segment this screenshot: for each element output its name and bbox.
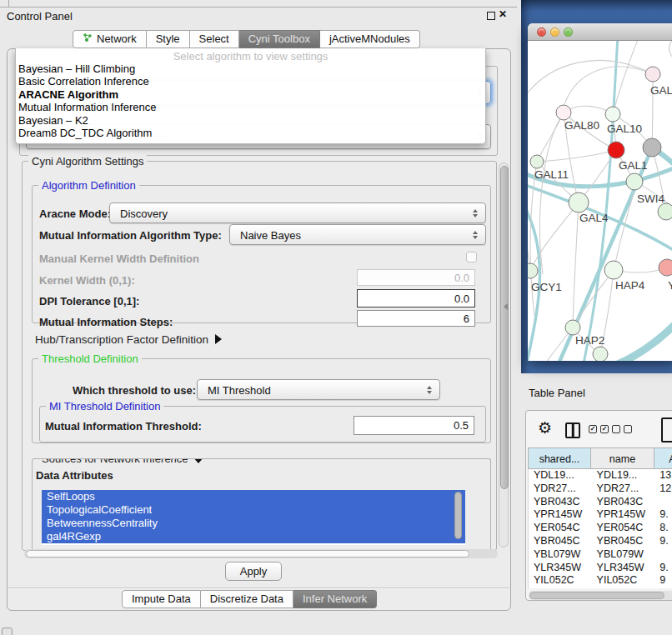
mi-threshold-value: 0.5: [454, 419, 469, 432]
network-node-gcy1[interactable]: [528, 263, 538, 278]
algorithm-option[interactable]: Bayesian – Hill Climbing: [16, 62, 485, 75]
algorithm-option[interactable]: Bayesian – K2: [16, 114, 485, 127]
attributes-scrollbar[interactable]: [454, 492, 463, 542]
attribute-item[interactable]: SelfLoops: [42, 490, 465, 503]
settings-scrollbar-thumb[interactable]: [500, 166, 509, 489]
network-node[interactable]: [593, 347, 608, 361]
sources-group-title[interactable]: Sources for Network Inference: [38, 458, 208, 465]
hub-definition-toggle[interactable]: Hub/Transcription Factor Definition: [35, 333, 222, 346]
algorithm-option[interactable]: Dream8 DC_TDC Algorithm: [16, 127, 485, 139]
network-node-swi4[interactable]: [626, 173, 643, 190]
table-column-header[interactable]: shared...: [528, 448, 591, 469]
expanded-arrow-icon: [193, 458, 204, 463]
node-label: GAL: [650, 84, 672, 97]
combo-arrows-icon: [427, 386, 432, 394]
table-h-scrollbar[interactable]: [529, 591, 672, 600]
tab-discretize-data[interactable]: Discretize Data: [201, 590, 293, 608]
tab-cyni-toolbox[interactable]: Cyni Toolbox: [239, 30, 320, 48]
network-node-hap4[interactable]: [604, 261, 623, 279]
apply-button[interactable]: Apply: [225, 562, 282, 581]
attribute-item[interactable]: gal4RGexp: [42, 530, 465, 543]
algorithm-option[interactable]: Basic Correlation Inference: [16, 75, 485, 88]
table-cell: YLR345W: [529, 562, 592, 575]
close-icon[interactable]: ✕: [499, 8, 507, 20]
hide-columns-icon[interactable]: [612, 425, 632, 433]
gear-icon[interactable]: ⚙: [538, 419, 552, 436]
network-node-hap2[interactable]: [565, 320, 580, 335]
control-panel-tabbar: NetworkStyleSelectCyni ToolboxjActiveMNo…: [73, 30, 420, 48]
which-threshold-value: MI Threshold: [208, 383, 271, 396]
network-node[interactable]: [643, 138, 661, 157]
attribute-item[interactable]: BetweennessCentrality: [42, 517, 465, 530]
settings-h-scrollbar-thumb[interactable]: [26, 550, 469, 558]
tab-select[interactable]: Select: [190, 30, 239, 48]
float-window-icon[interactable]: [487, 12, 495, 20]
aracne-mode-combo[interactable]: Discovery: [109, 202, 486, 223]
network-node-y[interactable]: [659, 259, 672, 276]
table-row[interactable]: YER054CYER054C8.: [529, 522, 672, 535]
network-icon: [83, 30, 93, 48]
tab-jactivemnodules[interactable]: jActiveMNodules: [320, 30, 420, 48]
table-cell: YBR043C: [592, 496, 655, 509]
network-node-gal[interactable]: [645, 67, 660, 82]
tab-network[interactable]: Network: [73, 30, 147, 48]
data-attributes-list[interactable]: SelfLoopsTopologicalCoefficientBetweenne…: [42, 490, 465, 545]
table-body: YDL19...YDL19...13YDR27...YDR27...12YBR0…: [528, 469, 672, 588]
zoom-traffic-light-icon[interactable]: [564, 28, 573, 37]
mi-steps-field[interactable]: 6: [357, 310, 475, 327]
network-node-gal80[interactable]: [556, 105, 571, 120]
algorithm-option[interactable]: Mutual Information Inference: [16, 101, 485, 113]
columns-icon[interactable]: [565, 422, 580, 438]
mi-type-combo[interactable]: Naive Bayes: [229, 224, 486, 245]
network-window-titlebar[interactable]: [528, 23, 672, 41]
algorithm-dropdown-items: Bayesian – Hill ClimbingBasic Correlatio…: [16, 62, 485, 139]
mi-threshold-field[interactable]: 0.5: [354, 416, 474, 435]
show-columns-icon[interactable]: ✓✓: [589, 425, 609, 433]
network-node-gal1[interactable]: [608, 142, 624, 158]
close-traffic-light-icon[interactable]: [537, 28, 546, 37]
threshold-definition-title: Threshold Definition: [38, 352, 142, 365]
manual-kernel-checkbox[interactable]: [466, 252, 477, 262]
table-cell: YIL052C: [592, 574, 655, 588]
network-canvas[interactable]: GALGAL80GAL10GAL1GAL11SWI4GAL4GCY1HAP4YH…: [528, 41, 672, 361]
algorithm-option[interactable]: ARACNE Algorithm: [16, 88, 485, 101]
table-cell: YER054C: [592, 522, 655, 535]
table-cell: [654, 548, 672, 562]
table-header-row: shared...nameA: [528, 448, 672, 469]
network-window[interactable]: GALGAL80GAL10GAL1GAL11SWI4GAL4GCY1HAP4YH…: [528, 23, 672, 361]
table-h-scrollbar-thumb[interactable]: [529, 592, 664, 599]
tab-style[interactable]: Style: [147, 30, 190, 48]
table-column-header[interactable]: A: [654, 448, 672, 469]
mi-threshold-group: MI Threshold Definition Mutual Informati…: [39, 406, 486, 442]
node-label: HAP2: [575, 334, 604, 347]
network-node-gal4[interactable]: [569, 192, 589, 212]
settings-h-scrollbar[interactable]: [24, 549, 498, 558]
minimized-panel-icon[interactable]: [2, 628, 13, 635]
attribute-item[interactable]: TopologicalCoefficient: [42, 503, 465, 517]
dpi-tolerance-field[interactable]: 0.0: [357, 289, 475, 308]
table-row[interactable]: YDL19...YDL19...13: [529, 469, 672, 482]
table-cell: YDL19...: [529, 469, 592, 482]
table-column-header[interactable]: name: [591, 448, 654, 469]
table-row[interactable]: YBR043CYBR043C: [529, 496, 672, 509]
table-cell: YDR27...: [529, 482, 592, 496]
table-row[interactable]: YLR345WYLR345W9.: [529, 562, 672, 575]
network-node-gal10[interactable]: [605, 107, 620, 122]
settings-scrollbar[interactable]: [499, 162, 509, 548]
export-table-icon[interactable]: [661, 418, 672, 442]
minimize-traffic-light-icon[interactable]: [550, 28, 559, 37]
network-node-gal11[interactable]: [530, 155, 544, 168]
table-row[interactable]: YBR045CYBR045C9.: [529, 535, 672, 548]
table-row[interactable]: YIL052CYIL052C9: [529, 574, 672, 588]
combo-arrows-icon: [473, 209, 478, 218]
table-row[interactable]: YPR145WYPR145W9.: [529, 508, 672, 522]
tab-label: Select: [199, 30, 229, 48]
network-node[interactable]: [658, 203, 672, 220]
node-label: Y: [668, 279, 672, 292]
table-row[interactable]: YDR27...YDR27...12: [529, 482, 672, 496]
which-threshold-combo[interactable]: MI Threshold: [197, 379, 440, 400]
tab-infer-network[interactable]: Infer Network: [293, 590, 377, 608]
divider-collapse-icon[interactable]: [504, 303, 508, 310]
table-row[interactable]: YBL079WYBL079W: [529, 548, 672, 562]
tab-impute-data[interactable]: Impute Data: [122, 590, 201, 608]
